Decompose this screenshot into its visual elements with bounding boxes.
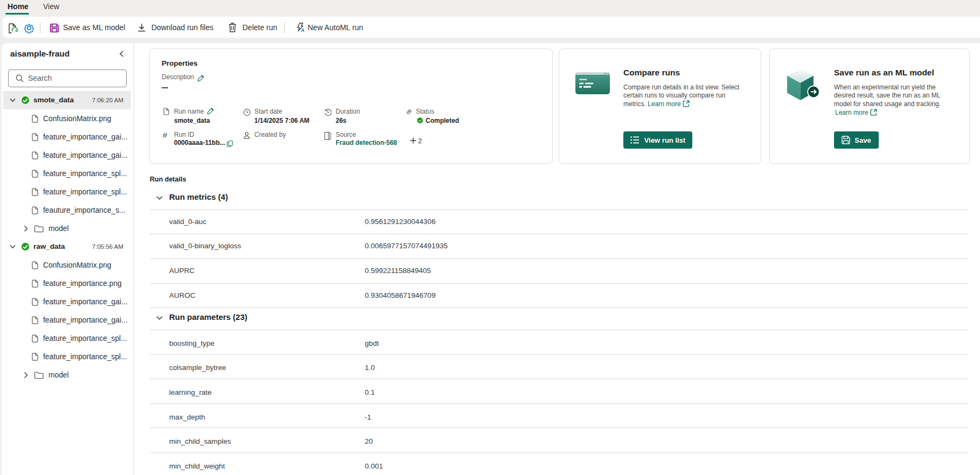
svg-text:A: A bbox=[301, 27, 305, 32]
